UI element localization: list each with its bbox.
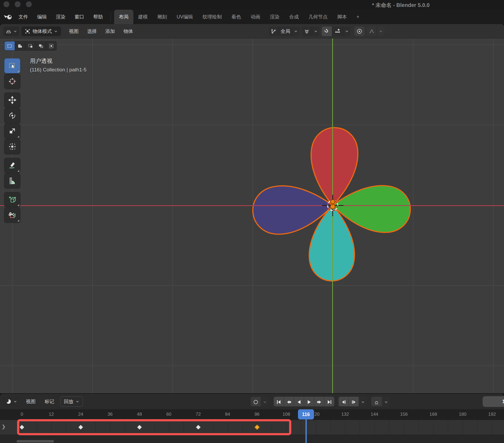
playhead-label[interactable]: 116	[298, 409, 314, 419]
move-tool[interactable]	[4, 93, 20, 108]
step-forward-button[interactable]	[349, 397, 359, 406]
orientation-axes-icon	[269, 26, 279, 36]
play-button[interactable]	[304, 397, 314, 406]
frame-tick	[316, 420, 316, 434]
ruler-frame-label: 108	[282, 412, 290, 417]
top-menubar: 文件编辑渲染窗口帮助 布局建模雕刻UV编辑纹理绘制着色动画渲染合成几何节点脚本+	[0, 10, 504, 24]
select-mode-extend[interactable]	[15, 41, 25, 50]
measure-tool[interactable]	[4, 173, 20, 188]
cursor-tool[interactable]	[4, 74, 20, 89]
workspace-tab[interactable]: +	[352, 10, 364, 24]
editor-type-button[interactable]	[3, 26, 19, 36]
menu-item[interactable]: 窗口	[70, 10, 89, 24]
play-reverse-button[interactable]	[294, 397, 304, 406]
timeline-menu-item[interactable]: 视图	[21, 398, 40, 405]
pivot-point-dropdown[interactable]	[302, 26, 320, 36]
workspace-tab[interactable]: 布局	[114, 10, 133, 24]
workspace-tab[interactable]: 几何节点	[304, 10, 332, 24]
viewport-header: 物体模式 视图选择添加物体 全局	[0, 24, 504, 39]
object-origin[interactable]	[332, 203, 334, 205]
object-mode-icon	[25, 28, 30, 34]
playback-popover-button[interactable]: 回放	[60, 396, 83, 407]
playhead-line[interactable]	[305, 419, 307, 443]
viewport-3d[interactable]: 物体模式 视图选择添加物体 全局	[0, 24, 504, 393]
frame-tick	[330, 420, 331, 434]
chevron-down-icon	[377, 26, 385, 36]
viewport-menus: 视图选择添加物体	[65, 28, 137, 35]
frame-tick	[492, 420, 492, 434]
viewport-menu-item[interactable]: 物体	[119, 28, 137, 35]
auto-keying-toggle[interactable]	[251, 397, 261, 406]
frame-tick	[418, 420, 419, 434]
add-primitive-tool[interactable]	[4, 192, 20, 207]
workspace-tab[interactable]: UV编辑	[172, 10, 198, 24]
timeline-editor-icon	[5, 398, 12, 405]
select-mode-invert[interactable]	[36, 41, 46, 50]
cursor-3d[interactable]	[322, 195, 343, 216]
workspace-tab[interactable]: 合成	[284, 10, 304, 24]
workspace-tab[interactable]: 动画	[246, 10, 265, 24]
workspace-tab[interactable]: 渲染	[265, 10, 284, 24]
toolbar	[4, 58, 21, 223]
timeline-scrollbar[interactable]	[17, 440, 54, 442]
current-frame-field[interactable]: 116	[483, 396, 504, 407]
ruler-frame-label: 72	[196, 412, 201, 417]
frame-tick	[433, 420, 433, 434]
prev-keyframe-button[interactable]	[284, 397, 294, 406]
workspace-tab[interactable]: 脚本	[332, 10, 352, 24]
ruler-frame-label: 48	[137, 412, 142, 417]
traffic-light-close[interactable]	[3, 1, 9, 7]
timeline-editor-type-button[interactable]	[3, 397, 19, 406]
chevron-down-icon[interactable]	[343, 26, 351, 36]
transform-tool[interactable]	[4, 139, 20, 154]
select-mode-subtract[interactable]	[25, 41, 36, 50]
chevron-down-icon	[54, 30, 58, 33]
magnet-toggle[interactable]	[322, 26, 332, 36]
channel-expander-icon[interactable]: ❯	[2, 424, 6, 430]
step-back-button[interactable]	[339, 397, 349, 406]
ruler-frame-label: 84	[225, 412, 230, 417]
workspace-tab[interactable]: 着色	[227, 10, 246, 24]
ruler-frame-label: 12	[49, 412, 54, 417]
workspace-tab[interactable]: 雕刻	[153, 10, 172, 24]
frame-tick	[374, 420, 375, 434]
viewport-menu-item[interactable]: 选择	[83, 28, 101, 35]
timeline-ruler[interactable]: 0122436486072849610812013214415616818019…	[0, 409, 504, 420]
traffic-light-minimize[interactable]	[15, 1, 21, 7]
timeline-menu-item[interactable]: 标记	[40, 398, 59, 405]
viewport-header-right: 全局	[269, 26, 385, 36]
blender-logo-icon[interactable]	[3, 13, 13, 21]
menu-item[interactable]: 帮助	[89, 10, 107, 24]
playback-buttons	[274, 397, 334, 406]
menu-item[interactable]: 渲染	[51, 10, 70, 24]
falloff-dropdown[interactable]	[367, 26, 385, 36]
ruler-frame-label: 24	[78, 412, 83, 417]
cut-tool[interactable]	[4, 208, 20, 223]
mode-selector[interactable]: 物体模式	[21, 26, 61, 36]
step-dropdown[interactable]	[359, 397, 367, 406]
viewport-menu-item[interactable]: 添加	[101, 28, 119, 35]
keying-dropdown[interactable]	[261, 397, 269, 406]
menu-item[interactable]: 编辑	[33, 10, 51, 24]
traffic-light-zoom[interactable]	[26, 1, 32, 7]
next-keyframe-button[interactable]	[314, 397, 324, 406]
rotate-tool[interactable]	[4, 108, 20, 123]
select-box-tool[interactable]	[4, 58, 20, 73]
menu-item[interactable]: 文件	[14, 10, 33, 24]
preview-range-dropdown[interactable]	[382, 397, 390, 406]
workspace-tab[interactable]: 纹理绘制	[198, 10, 227, 24]
viewport-menu-item[interactable]: 视图	[65, 28, 83, 35]
jump-to-end-button[interactable]	[324, 397, 334, 406]
proportional-editing-toggle[interactable]	[354, 26, 365, 36]
select-mode-new[interactable]	[5, 41, 15, 50]
transport-controls	[251, 396, 390, 407]
frame-tick	[404, 420, 404, 434]
preview-range-toggle[interactable]	[371, 397, 382, 406]
snap-to-increment-icon[interactable]	[332, 26, 343, 36]
select-mode-intersect[interactable]	[46, 41, 56, 50]
scale-tool[interactable]	[4, 124, 20, 139]
annotate-tool[interactable]	[4, 158, 20, 173]
transform-orientation-dropdown[interactable]: 全局	[269, 26, 300, 36]
workspace-tab[interactable]: 建模	[133, 10, 153, 24]
jump-to-start-button[interactable]	[274, 397, 284, 406]
